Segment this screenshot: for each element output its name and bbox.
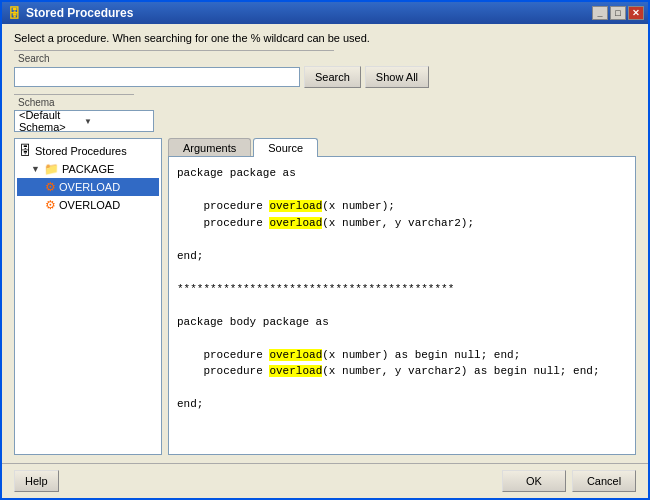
cancel-button[interactable]: Cancel [572,470,636,492]
help-button[interactable]: Help [14,470,59,492]
right-panel: Arguments Source package package as proc… [168,138,636,455]
tree-package-label: PACKAGE [62,163,114,175]
highlight-overload-1: overload [269,200,322,212]
show-all-button[interactable]: Show All [365,66,429,88]
search-button[interactable]: Search [304,66,361,88]
code-line-13: procedure overload(x number, y varchar2)… [177,363,627,380]
tree-item-overload-selected[interactable]: ⚙ OVERLOAD [17,178,159,196]
schema-value: <Default Schema> [19,109,84,133]
footer: Help OK Cancel [2,463,648,498]
title-bar: 🗄 Stored Procedures _ □ ✕ [2,2,648,24]
tree-overload-2-label: OVERLOAD [59,199,120,211]
search-label: Search [14,50,334,64]
code-line-8: ****************************************… [177,281,627,298]
tabs: Arguments Source [168,138,636,157]
maximize-button[interactable]: □ [610,6,626,20]
code-line-10: package body package as [177,314,627,331]
tree-root-label: Stored Procedures [35,145,127,157]
description-text: Select a procedure. When searching for o… [14,32,636,44]
minimize-button[interactable]: _ [592,6,608,20]
proc-icon-1: ⚙ [45,180,56,194]
tree-overload-selected-label: OVERLOAD [59,181,120,193]
code-line-15: end; [177,396,627,413]
window-icon: 🗄 [6,5,22,21]
tree-panel: 🗄 Stored Procedures ▼ 📁 PACKAGE ⚙ OVERLO… [14,138,162,455]
code-line-14 [177,380,627,397]
code-line-5 [177,231,627,248]
code-line-9 [177,297,627,314]
database-icon: 🗄 [19,143,32,158]
schema-label: Schema [14,94,134,108]
title-bar-buttons: _ □ ✕ [592,6,644,20]
tab-source[interactable]: Source [253,138,318,157]
schema-dropdown[interactable]: <Default Schema> ▼ [14,110,154,132]
search-input[interactable] [14,67,300,87]
highlight-overload-3: overload [269,349,322,361]
expand-icon: ▼ [31,164,40,174]
main-area: 🗄 Stored Procedures ▼ 📁 PACKAGE ⚙ OVERLO… [14,138,636,455]
code-line-11 [177,330,627,347]
footer-buttons: OK Cancel [502,470,636,492]
code-line-3: procedure overload(x number); [177,198,627,215]
ok-button[interactable]: OK [502,470,566,492]
stored-procedures-window: 🗄 Stored Procedures _ □ ✕ Select a proce… [0,0,650,500]
tree-item-overload-2[interactable]: ⚙ OVERLOAD [17,196,159,214]
highlight-overload-2: overload [269,217,322,229]
chevron-down-icon: ▼ [84,117,149,126]
tree-root-item[interactable]: 🗄 Stored Procedures [17,141,159,160]
code-line-12: procedure overload(x number) as begin nu… [177,347,627,364]
highlight-overload-4: overload [269,365,322,377]
code-line-2 [177,182,627,199]
window-title: Stored Procedures [26,6,592,20]
code-line-1: package package as [177,165,627,182]
schema-section: Schema <Default Schema> ▼ [14,94,636,132]
code-line-6: end; [177,248,627,265]
code-line-4: procedure overload(x number, y varchar2)… [177,215,627,232]
tree-item-package[interactable]: ▼ 📁 PACKAGE [17,160,159,178]
tab-arguments[interactable]: Arguments [168,138,251,157]
close-button[interactable]: ✕ [628,6,644,20]
code-line-7 [177,264,627,281]
footer-left: Help [14,470,502,492]
folder-icon: 📁 [44,162,59,176]
search-row: Search Show All [14,66,636,88]
dialog-content: Select a procedure. When searching for o… [2,24,648,463]
source-code-area: package package as procedure overload(x … [168,156,636,455]
search-section: Search Search Show All [14,50,636,88]
proc-icon-2: ⚙ [45,198,56,212]
